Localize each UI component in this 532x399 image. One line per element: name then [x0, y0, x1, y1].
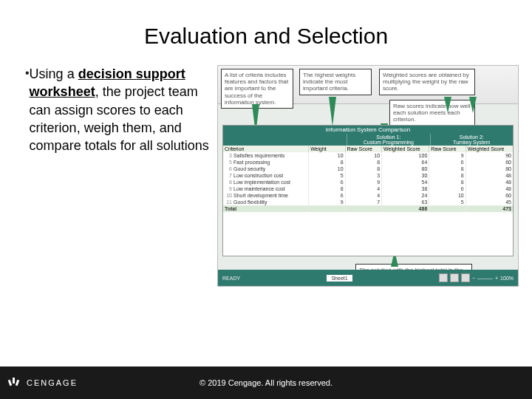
brand-text: CENGAGE [27, 378, 78, 387]
total-ws2: 473 [466, 205, 513, 212]
status-ready: READY [222, 276, 240, 281]
table-row: 5Fast processing8864660 [223, 159, 513, 166]
table-row: 6Good security10880880 [223, 166, 513, 172]
brand: CENGAGE [9, 376, 78, 389]
th-raw-2: Raw Score [429, 146, 465, 152]
table-row: 10Short development time64241060 [223, 192, 513, 199]
table-row: 11Good flexibility9763545 [223, 199, 513, 205]
total-ws1: 486 [381, 205, 429, 212]
sheet-title: Information System Comparison [223, 126, 513, 134]
solution-2-header: Solution 2: Turnkey System [430, 134, 513, 146]
data-rows: 3Satisfies requirements10101009905Fast p… [223, 152, 513, 205]
table-row: 9Low maintenance cost8438648 [223, 185, 513, 192]
status-right: −———+ 100% [439, 273, 514, 282]
table-row: 7Low construction cost5330848 [223, 172, 513, 179]
callout-weighted-scores: Weighted scores are obtained by multiply… [379, 69, 475, 95]
total-label: Total [223, 205, 308, 212]
footer-bar: CENGAGE © 2019 Cengage. All rights reser… [0, 366, 532, 399]
bullet-text: Using a decision support worksheet, the … [30, 65, 210, 154]
sheet-tab: Sheet1 [327, 275, 352, 282]
table-row: 3Satisfies requirements1010100990 [223, 152, 513, 159]
arrow-icon [469, 97, 477, 113]
copyright: © 2019 Cengage. All rights reserved. [200, 378, 332, 387]
th-weight: Weight [308, 146, 344, 152]
th-raw-1: Raw Score [345, 146, 381, 152]
cengage-logo-icon [9, 376, 22, 389]
callout-criteria: A list of criteria includes features and… [221, 69, 293, 109]
column-headers: Criterion Weight Raw Score Weighted Scor… [223, 146, 513, 152]
view-icon [450, 273, 459, 282]
table-row: 8Low implementation cost6954848 [223, 179, 513, 185]
th-weighted-1: Weighted Score [381, 146, 429, 152]
spreadsheet: Information System Comparison Solution 1… [222, 125, 514, 256]
solution-1-header: Solution 1: Custom Programming [347, 134, 429, 146]
view-icon [461, 273, 470, 282]
bullet-item: • Using a decision support worksheet, th… [25, 65, 210, 154]
bullet-pre: Using a [30, 66, 78, 81]
callout-weights: The highest weights indicate the most im… [299, 69, 372, 95]
zoom-value: 100% [500, 276, 514, 281]
callout-raw-scores: Raw scores indicate how well each soluti… [389, 100, 475, 126]
arrow-icon [444, 97, 451, 113]
view-icon [439, 273, 448, 282]
th-weighted-2: Weighted Score [466, 146, 513, 152]
slide: Evaluation and Selection • Using a decis… [0, 0, 532, 399]
text-column: • Using a decision support worksheet, th… [25, 65, 217, 287]
sheet-solutions-row: Solution 1: Custom Programming Solution … [223, 134, 513, 146]
arrow-icon [329, 97, 336, 126]
total-row: Total 486 473 [223, 205, 513, 212]
th-criterion: Criterion [223, 146, 308, 152]
slide-body: • Using a decision support worksheet, th… [0, 65, 532, 287]
slide-title: Evaluation and Selection [0, 0, 532, 65]
status-bar: READY Sheet1 −———+ 100% [218, 270, 518, 286]
screenshot-figure: A list of criteria includes features and… [217, 65, 519, 287]
